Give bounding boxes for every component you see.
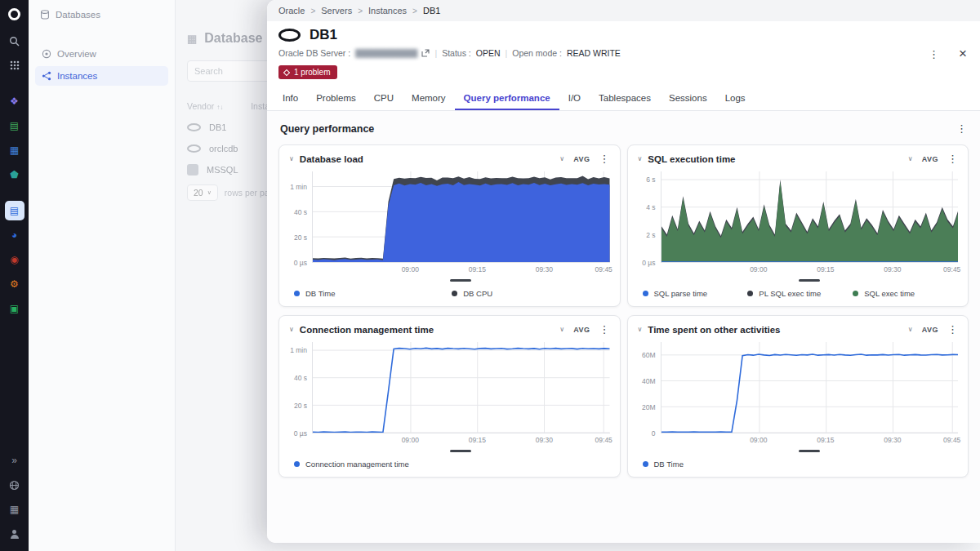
agg-chevron-icon[interactable]: ∨ xyxy=(908,326,913,333)
tab-logs[interactable]: Logs xyxy=(716,87,755,110)
chart-legend: SQL parse timePL SQL exec timeSQL exec t… xyxy=(628,285,969,303)
page-size-select[interactable]: 20 ∨ xyxy=(187,184,218,201)
calendar-icon[interactable]: ▦ xyxy=(5,500,24,519)
expand-rail-icon[interactable]: » xyxy=(5,451,24,470)
agg-chevron-icon[interactable]: ∨ xyxy=(559,326,564,333)
chart-plot-area[interactable] xyxy=(661,342,959,433)
breadcrumb-servers[interactable]: Servers xyxy=(321,6,352,16)
y-tick-label: 4 s xyxy=(646,203,655,211)
tab-cpu[interactable]: CPU xyxy=(365,87,403,110)
chart-scrollbar-thumb[interactable] xyxy=(450,279,471,282)
legend-item[interactable]: DB CPU xyxy=(452,289,609,298)
tab-tablespaces[interactable]: Tablespaces xyxy=(590,87,660,110)
user-icon[interactable] xyxy=(5,524,24,544)
apps-grid-icon[interactable] xyxy=(5,56,24,75)
chart-plot-area[interactable] xyxy=(312,342,610,433)
chart-scrollbar-thumb[interactable] xyxy=(450,450,471,452)
app-icon-alerts[interactable]: ◉ xyxy=(5,250,24,269)
agg-chevron-icon[interactable]: ∨ xyxy=(559,155,564,162)
legend-item[interactable]: DB Time xyxy=(643,460,959,469)
breadcrumb-db1[interactable]: DB1 xyxy=(423,6,440,16)
chart-scrollbar-thumb[interactable] xyxy=(799,450,820,452)
breadcrumb-separator: > xyxy=(358,7,363,16)
table-row[interactable]: DB1 xyxy=(187,122,226,132)
globe-icon[interactable] xyxy=(5,475,24,495)
legend-label: PL SQL exec time xyxy=(759,289,821,298)
breadcrumb-oracle[interactable]: Oracle xyxy=(278,6,305,16)
sort-icon[interactable]: ↑↓ xyxy=(216,104,223,111)
app-icon-settings[interactable]: ⚙ xyxy=(5,274,24,294)
chart-title: Database load xyxy=(300,154,363,164)
chart-scrollbar-thumb[interactable] xyxy=(799,279,820,282)
section-menu-icon[interactable]: ⋮ xyxy=(956,122,967,135)
chart-card-database-load: ∨ Database load ∨ AVG ⋮ 0 µs20 s40 s1 mi… xyxy=(278,144,621,307)
sidebar-item-overview[interactable]: Overview xyxy=(35,44,168,64)
y-tick-label: 6 s xyxy=(646,176,655,184)
breadcrumb-instances[interactable]: Instances xyxy=(368,6,407,16)
chart-menu-icon[interactable]: ⋮ xyxy=(599,153,610,165)
legend-item[interactable]: SQL parse time xyxy=(643,289,748,298)
chart-menu-icon[interactable]: ⋮ xyxy=(947,323,958,335)
app-icon-1[interactable]: ❖ xyxy=(5,91,24,111)
y-tick-label: 40 s xyxy=(294,374,307,382)
sidebar-item-label: Instances xyxy=(57,71,97,81)
legend-label: SQL parse time xyxy=(654,289,708,298)
app-icon-6[interactable]: ▣ xyxy=(5,299,24,318)
agg-select[interactable]: AVG xyxy=(573,155,590,163)
x-axis-labels: 09:0009:1509:3009:45 xyxy=(661,433,959,446)
chart-legend: DB TimeDB CPU xyxy=(279,285,620,303)
chart-menu-icon[interactable]: ⋮ xyxy=(947,153,958,165)
tab-query-performance[interactable]: Query performance xyxy=(455,87,559,110)
agg-select[interactable]: AVG xyxy=(922,155,938,163)
external-link-icon[interactable] xyxy=(421,49,430,57)
problem-icon xyxy=(283,69,290,75)
app-icon-2[interactable]: ▤ xyxy=(5,116,24,136)
panel-menu-icon[interactable]: ⋮ xyxy=(929,48,939,60)
agg-chevron-icon[interactable]: ∨ xyxy=(908,155,913,162)
y-axis-labels: 0 µs2 s4 s6 s xyxy=(631,171,661,263)
legend-item[interactable]: PL SQL exec time xyxy=(747,289,853,298)
tab-problems[interactable]: Problems xyxy=(307,87,365,110)
column-vendor[interactable]: Vendor ↑↓ xyxy=(187,101,223,111)
chart-plot-area[interactable] xyxy=(661,171,959,263)
collapse-chevron-icon[interactable]: ∨ xyxy=(289,326,294,333)
app-logo-icon[interactable] xyxy=(8,8,20,20)
x-tick-label: 09:45 xyxy=(943,436,960,444)
divider: | xyxy=(506,48,508,58)
chart-legend: Connection management time xyxy=(279,455,620,473)
x-axis-labels: 09:0009:1509:3009:45 xyxy=(661,263,959,275)
agg-select[interactable]: AVG xyxy=(922,326,938,334)
legend-label: DB Time xyxy=(305,289,335,298)
table-row[interactable]: MSSQL xyxy=(187,164,238,176)
tab-sessions[interactable]: Sessions xyxy=(660,87,716,110)
page-title: DB1 xyxy=(310,27,337,43)
legend-item[interactable]: Connection management time xyxy=(294,460,610,469)
app-icon-databases-selected[interactable]: ▤ xyxy=(5,201,24,220)
app-icon-4[interactable]: ⬟ xyxy=(5,165,24,184)
problem-badge[interactable]: 1 problem xyxy=(278,65,337,79)
tab-info[interactable]: Info xyxy=(274,87,307,110)
tab-io[interactable]: I/O xyxy=(559,87,590,110)
chart-plot-area[interactable] xyxy=(312,171,610,263)
tab-memory[interactable]: Memory xyxy=(403,87,455,110)
y-axis-labels: 0 µs20 s40 s1 min xyxy=(283,171,312,263)
open-mode-value: READ WRITE xyxy=(567,48,621,58)
app-icon-3[interactable]: ▦ xyxy=(5,140,24,160)
table-row[interactable]: orclcdb xyxy=(187,144,238,153)
collapse-chevron-icon[interactable]: ∨ xyxy=(638,326,643,333)
collapse-chevron-icon[interactable]: ∨ xyxy=(289,155,294,162)
collapse-chevron-icon[interactable]: ∨ xyxy=(638,155,643,162)
chart-card-sql-execution-time: ∨ SQL execution time ∨ AVG ⋮ 0 µs2 s4 s6… xyxy=(627,144,969,307)
chart-title: Time spent on other activities xyxy=(648,325,780,335)
y-tick-label: 20M xyxy=(642,403,656,411)
agg-select[interactable]: AVG xyxy=(573,326,590,334)
app-icon-5[interactable]: ◕ xyxy=(5,225,24,245)
search-icon[interactable] xyxy=(5,31,24,51)
close-icon[interactable]: × xyxy=(959,46,967,62)
chart-title: Connection management time xyxy=(300,325,434,335)
chart-menu-icon[interactable]: ⋮ xyxy=(599,323,610,335)
legend-item[interactable]: SQL exec time xyxy=(853,289,958,298)
sidebar-item-instances[interactable]: Instances xyxy=(35,66,168,86)
legend-item[interactable]: DB Time xyxy=(294,289,452,298)
x-tick-label: 09:30 xyxy=(536,436,553,444)
